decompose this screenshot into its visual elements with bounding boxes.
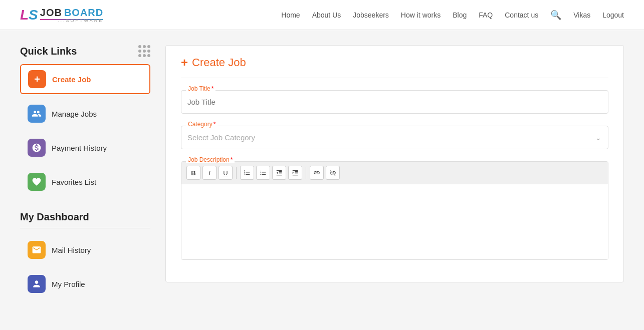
grid-icon[interactable] xyxy=(138,45,150,57)
sidebar-item-manage-jobs[interactable]: Manage Jobs xyxy=(20,99,150,128)
category-select-wrapper: Select Job Category Information Technolo… xyxy=(181,126,608,149)
logo-text: JOB BOARD ...SOFTWARE xyxy=(40,7,103,23)
nav-how-it-works[interactable]: How it works xyxy=(401,11,441,19)
header: LS JOB BOARD ...SOFTWARE Home About Us J… xyxy=(0,0,644,30)
sidebar-item-mail-history[interactable]: Mail History xyxy=(20,235,150,264)
unordered-list-button[interactable] xyxy=(256,166,270,180)
job-title-input[interactable] xyxy=(181,90,608,114)
toolbar-separator-2 xyxy=(306,167,306,179)
nav-user[interactable]: Vikas xyxy=(573,11,590,19)
category-select[interactable]: Select Job Category Information Technolo… xyxy=(181,126,608,149)
main-content: + Create Job Job Title* Category* Select… xyxy=(165,45,624,313)
nav-faq[interactable]: FAQ xyxy=(479,11,493,19)
logo-s: S xyxy=(29,7,38,23)
create-job-label: Create Job xyxy=(52,75,91,84)
create-job-icon: + xyxy=(28,70,46,88)
logo-software: ...SOFTWARE xyxy=(40,18,103,23)
my-profile-label: My Profile xyxy=(52,280,85,288)
sidebar-item-favorites[interactable]: Favorites List xyxy=(20,167,150,196)
nav-contact[interactable]: Contact us xyxy=(505,11,538,19)
main-layout: Quick Links + Create Job Manage Jobs xyxy=(0,30,644,328)
job-title-group: Job Title* xyxy=(181,90,608,114)
indent-increase-button[interactable] xyxy=(288,166,302,180)
logo-l: L xyxy=(20,7,29,23)
editor-toolbar: B I U xyxy=(181,162,608,184)
quick-links-list: + Create Job Manage Jobs Payment History xyxy=(20,64,150,196)
indent-decrease-button[interactable] xyxy=(272,166,286,180)
ordered-list-button[interactable] xyxy=(240,166,254,180)
logo: LS JOB BOARD ...SOFTWARE xyxy=(20,7,103,23)
link-button[interactable] xyxy=(310,166,324,180)
sidebar-item-payment-history[interactable]: Payment History xyxy=(20,133,150,162)
nav-logout[interactable]: Logout xyxy=(602,11,624,19)
dashboard-divider xyxy=(20,228,150,228)
search-icon[interactable]: 🔍 xyxy=(550,10,561,21)
italic-button[interactable]: I xyxy=(202,166,217,180)
editor-wrapper: B I U xyxy=(181,161,608,260)
my-profile-icon xyxy=(28,275,46,293)
favorites-label: Favorites List xyxy=(52,178,96,186)
panel-plus-icon: + xyxy=(181,56,188,70)
favorites-icon xyxy=(28,173,46,191)
mail-history-icon xyxy=(28,241,46,259)
toolbar-separator-1 xyxy=(236,167,237,179)
underline-button[interactable]: U xyxy=(219,166,233,180)
panel-title: + Create Job xyxy=(181,56,608,78)
payment-history-icon xyxy=(28,139,46,157)
description-group: Job Description* B I U xyxy=(181,161,608,260)
dashboard-links-list: Mail History My Profile xyxy=(20,235,150,298)
sidebar: Quick Links + Create Job Manage Jobs xyxy=(20,45,150,313)
logo-job: JOB xyxy=(40,7,62,19)
description-label: Job Description* xyxy=(186,156,235,163)
create-job-panel: + Create Job Job Title* Category* Select… xyxy=(165,45,624,282)
unlink-button[interactable] xyxy=(326,166,340,180)
manage-jobs-icon xyxy=(28,105,46,123)
job-title-label: Job Title* xyxy=(186,85,216,92)
bold-button[interactable]: B xyxy=(186,166,200,180)
category-group: Category* Select Job Category Informatio… xyxy=(181,126,608,149)
nav-about[interactable]: About Us xyxy=(312,11,341,19)
category-label: Category* xyxy=(186,121,218,128)
editor-body[interactable] xyxy=(181,184,608,259)
nav-home[interactable]: Home xyxy=(281,11,300,19)
nav-jobseekers[interactable]: Jobseekers xyxy=(353,11,389,19)
logo-board: BOARD xyxy=(64,7,103,19)
sidebar-item-create-job[interactable]: + Create Job xyxy=(20,64,150,94)
sidebar-item-my-profile[interactable]: My Profile xyxy=(20,269,150,298)
manage-jobs-label: Manage Jobs xyxy=(52,110,97,118)
mail-history-label: Mail History xyxy=(52,246,91,254)
main-nav: Home About Us Jobseekers How it works Bl… xyxy=(281,10,624,21)
quick-links-heading: Quick Links xyxy=(20,45,150,57)
panel-title-text: Create Job xyxy=(192,56,246,69)
nav-blog[interactable]: Blog xyxy=(453,11,467,19)
payment-history-label: Payment History xyxy=(52,144,107,152)
dashboard-heading: My Dashboard xyxy=(20,211,150,223)
